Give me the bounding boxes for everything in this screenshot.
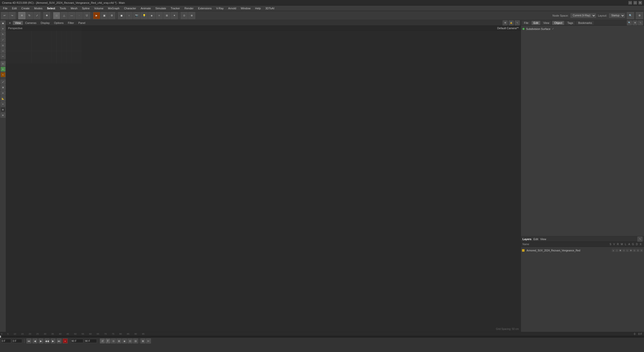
light-button[interactable]: 💡 bbox=[141, 12, 148, 19]
menu-tools[interactable]: Tools bbox=[58, 6, 68, 10]
tab-object[interactable]: Object bbox=[552, 21, 564, 25]
playback-opt1[interactable]: ⊙ bbox=[111, 338, 116, 343]
menu-file[interactable]: File bbox=[1, 6, 10, 10]
playback-opt5[interactable]: ⊟ bbox=[133, 338, 138, 343]
layer-icon-l[interactable]: L bbox=[626, 249, 629, 252]
sidebar-spline[interactable]: S bbox=[1, 61, 6, 66]
playback-opt4[interactable]: ⊡ bbox=[128, 338, 133, 343]
current-frame-input[interactable]: 90 F bbox=[71, 339, 83, 343]
tab-view[interactable]: View bbox=[541, 21, 551, 25]
window-controls[interactable]: — □ ✕ bbox=[628, 1, 642, 5]
deformer-button[interactable]: ⌗ bbox=[156, 12, 163, 19]
loop-all-button[interactable]: ↺ bbox=[100, 338, 105, 343]
tab-bookmarks[interactable]: Bookmarks bbox=[576, 21, 594, 25]
sidebar-live-select[interactable]: ◎ bbox=[1, 43, 6, 48]
next-frame-button[interactable]: ▶ bbox=[51, 338, 56, 343]
sidebar-spline3[interactable]: S bbox=[1, 72, 6, 77]
menu-animate[interactable]: Animate bbox=[139, 6, 153, 10]
layer-icon-s[interactable]: ● bbox=[612, 249, 615, 252]
sidebar-move-tool[interactable]: ✛ bbox=[1, 26, 6, 31]
menu-help[interactable]: Help bbox=[253, 6, 263, 10]
record-button[interactable]: ● bbox=[63, 338, 68, 343]
playback-opt3[interactable]: ◈ bbox=[122, 338, 127, 343]
sidebar-selection-tool[interactable]: ▣ bbox=[1, 21, 6, 26]
effector-button[interactable]: ✦ bbox=[171, 12, 178, 19]
search-button[interactable]: 🔍 bbox=[627, 12, 634, 19]
redo-button[interactable]: ↪ bbox=[9, 12, 16, 19]
new-object-button[interactable]: ✚ bbox=[43, 12, 50, 19]
tab-edit[interactable]: Edit bbox=[532, 21, 540, 25]
right-expand[interactable]: ⤡ bbox=[638, 20, 643, 25]
menu-mograph[interactable]: MoGraph bbox=[106, 6, 122, 10]
sidebar-layer[interactable]: ≡ bbox=[1, 102, 6, 107]
menu-render[interactable]: Render bbox=[182, 6, 195, 10]
sidebar-sculpt[interactable]: ⌘ bbox=[1, 85, 6, 90]
sidebar-measure[interactable]: 📐 bbox=[1, 96, 6, 101]
tab-tags[interactable]: Tags bbox=[565, 21, 575, 25]
sphere-primitive[interactable]: ○ bbox=[126, 12, 133, 19]
sidebar-paint[interactable]: 🖊 bbox=[1, 79, 6, 84]
playback-fps-button[interactable]: F bbox=[105, 338, 110, 343]
menu-select[interactable]: Select bbox=[45, 6, 57, 10]
tab-file[interactable]: File bbox=[522, 21, 531, 25]
camera-button[interactable]: 📷 bbox=[133, 12, 140, 19]
menu-character[interactable]: Character bbox=[122, 6, 138, 10]
play-reverse-button[interactable]: ◀◀ bbox=[45, 338, 50, 343]
cube-primitive[interactable]: ◼ bbox=[118, 12, 125, 19]
mode-panel[interactable]: Panel bbox=[76, 21, 87, 25]
menu-extensions[interactable]: Extensions bbox=[196, 6, 214, 10]
goto-start-button[interactable]: ⏮ bbox=[26, 338, 31, 343]
scale-tool[interactable]: ⤢ bbox=[33, 12, 41, 19]
layer-icon-g[interactable]: G bbox=[633, 249, 636, 252]
move-tool[interactable]: ✛ bbox=[18, 12, 25, 19]
menu-3dtoai[interactable]: 3DToAI bbox=[263, 6, 276, 10]
layout-dropdown[interactable]: Startup bbox=[609, 13, 625, 18]
layer-icon-r[interactable]: ◼ bbox=[619, 249, 622, 252]
render-region[interactable]: ▣ bbox=[101, 12, 108, 19]
menu-tracker[interactable]: Tracker bbox=[169, 6, 182, 10]
point-mode[interactable]: · bbox=[76, 12, 83, 19]
node-space-dropdown[interactable]: Current (V-Ray) bbox=[571, 13, 596, 18]
viewport-canvas[interactable]: Perspective Default Camera** bbox=[6, 26, 521, 332]
sidebar-scale-tool[interactable]: ⤢ bbox=[1, 37, 6, 42]
mograph-button[interactable]: ⊞ bbox=[163, 12, 170, 19]
sidebar-rect-select[interactable]: ▭ bbox=[1, 48, 6, 53]
undo-button[interactable]: ↩ bbox=[1, 12, 8, 19]
layer-icon-v[interactable]: □ bbox=[615, 249, 618, 252]
close-button[interactable]: ✕ bbox=[638, 1, 642, 5]
play-button[interactable]: ▶ bbox=[38, 338, 44, 343]
mode-options[interactable]: Options bbox=[52, 21, 66, 25]
layer-icon-m[interactable]: ≡ bbox=[622, 249, 625, 252]
mode-view[interactable]: View bbox=[13, 21, 23, 25]
playback-opt2[interactable]: ⊞ bbox=[116, 338, 122, 343]
viewport-lock[interactable]: 🔒 bbox=[509, 20, 514, 25]
viewport-expand[interactable]: ⊞ bbox=[503, 20, 508, 25]
edge-mode[interactable]: — bbox=[68, 12, 75, 19]
mode-display[interactable]: Display bbox=[39, 21, 52, 25]
right-gear[interactable]: ⚙ bbox=[632, 20, 637, 25]
uvw-mode[interactable]: U bbox=[83, 12, 90, 19]
sidebar-texture[interactable]: ⊞ bbox=[1, 107, 6, 112]
mode-menu[interactable]: ≡ bbox=[7, 21, 13, 25]
right-search[interactable]: 🔍 bbox=[627, 20, 632, 25]
menu-mesh[interactable]: Mesh bbox=[69, 6, 79, 10]
mode-cameras[interactable]: Cameras bbox=[23, 21, 38, 25]
playback-opt7[interactable]: ⊢ bbox=[146, 338, 151, 343]
frame-start-input[interactable]: 0 F bbox=[1, 339, 11, 343]
menu-create[interactable]: Create bbox=[19, 6, 32, 10]
menu-vray[interactable]: V-Ray bbox=[214, 6, 226, 10]
sidebar-spline2[interactable]: S bbox=[1, 67, 6, 72]
menu-arnold[interactable]: Arnold bbox=[226, 6, 238, 10]
layers-view[interactable]: View bbox=[540, 238, 546, 241]
menu-modes[interactable]: Modes bbox=[32, 6, 45, 10]
rotate-tool[interactable]: ↻ bbox=[26, 12, 33, 19]
menu-edit[interactable]: Edit bbox=[10, 6, 19, 10]
frame-end-input[interactable]: 0 F bbox=[12, 339, 22, 343]
menu-spline[interactable]: Spline bbox=[80, 6, 92, 10]
minimize-button[interactable]: — bbox=[628, 1, 632, 5]
viewport-fullscreen[interactable]: ⤡ bbox=[515, 20, 520, 25]
settings-button[interactable]: ⚙ bbox=[636, 12, 643, 19]
layer-icon-d[interactable]: D bbox=[636, 249, 639, 252]
layers-expand[interactable]: ⤡ bbox=[637, 237, 642, 242]
total-frame-input[interactable]: 90 F bbox=[84, 339, 97, 343]
